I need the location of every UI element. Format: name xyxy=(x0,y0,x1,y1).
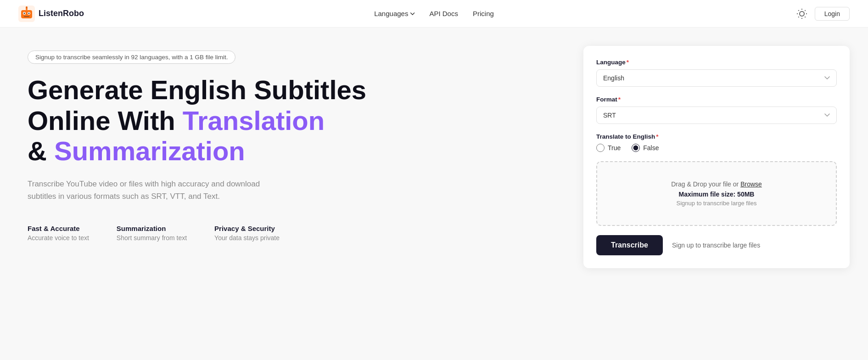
format-select[interactable]: SRT VTT Text xyxy=(596,107,837,124)
logo-text: ListenRobo xyxy=(39,9,84,18)
nav-languages[interactable]: Languages xyxy=(374,10,414,17)
features-list: Fast & Accurate Accurate voice to text S… xyxy=(28,225,565,242)
svg-line-13 xyxy=(805,17,805,17)
theme-toggle-icon[interactable] xyxy=(796,8,807,19)
feature-summarization: Summarization Short summary from text xyxy=(117,225,187,242)
svg-rect-6 xyxy=(24,16,29,17)
right-panel: Language* English Spanish French German … xyxy=(583,46,850,268)
drop-zone-signup: Signup to transcribe large files xyxy=(606,200,827,207)
translate-group: Translate to English* True False xyxy=(596,133,837,152)
svg-line-16 xyxy=(798,17,799,17)
signup-large-files-text: Sign up to transcribe large files xyxy=(672,242,760,249)
svg-line-12 xyxy=(798,10,799,11)
language-label: Language* xyxy=(596,59,837,66)
svg-point-9 xyxy=(800,11,804,16)
header-right: Login xyxy=(796,7,850,21)
language-select[interactable]: English Spanish French German Chinese Ja… xyxy=(596,69,837,87)
signup-badge: Signup to transcribe seamlessly in 92 la… xyxy=(28,51,235,64)
logo-icon xyxy=(18,6,35,22)
radio-true[interactable] xyxy=(596,144,605,152)
feature-privacy-security: Privacy & Security Your data stays priva… xyxy=(214,225,280,242)
language-group: Language* English Spanish French German … xyxy=(596,59,837,87)
svg-line-17 xyxy=(805,10,805,11)
header: ListenRobo Languages API Docs Pricing Lo… xyxy=(0,0,868,28)
hero-subtitle: Transcribe YouTube video or files with h… xyxy=(28,178,285,202)
login-button[interactable]: Login xyxy=(815,7,850,21)
drop-zone[interactable]: Drag & Drop your file or Browse Maximum … xyxy=(596,161,837,226)
hero-title: Generate English Subtitles Online With T… xyxy=(28,75,565,167)
main-content: Signup to transcribe seamlessly in 92 la… xyxy=(0,28,868,287)
format-label: Format* xyxy=(596,96,837,103)
translate-label: Translate to English* xyxy=(596,133,837,140)
nav-api-docs[interactable]: API Docs xyxy=(429,10,458,17)
svg-point-5 xyxy=(28,12,30,14)
radio-false-label[interactable]: False xyxy=(632,144,659,152)
bottom-row: Transcribe Sign up to transcribe large f… xyxy=(596,235,837,255)
svg-point-4 xyxy=(24,12,25,14)
radio-group: True False xyxy=(596,144,837,152)
drop-zone-text: Drag & Drop your file or Browse xyxy=(606,180,827,188)
browse-link[interactable]: Browse xyxy=(740,180,762,188)
chevron-down-icon xyxy=(410,12,414,15)
radio-false[interactable] xyxy=(632,144,640,152)
feature-fast-accurate: Fast & Accurate Accurate voice to text xyxy=(28,225,89,242)
svg-rect-1 xyxy=(21,10,32,18)
format-group: Format* SRT VTT Text xyxy=(596,96,837,124)
main-nav: Languages API Docs Pricing xyxy=(374,10,494,17)
logo[interactable]: ListenRobo xyxy=(18,6,84,22)
max-file-size: Maximum file size: 50MB xyxy=(606,191,827,198)
left-section: Signup to transcribe seamlessly in 92 la… xyxy=(28,46,565,242)
transcribe-button[interactable]: Transcribe xyxy=(596,235,663,255)
svg-point-8 xyxy=(26,6,28,8)
radio-true-label[interactable]: True xyxy=(596,144,621,152)
nav-pricing[interactable]: Pricing xyxy=(473,10,494,17)
